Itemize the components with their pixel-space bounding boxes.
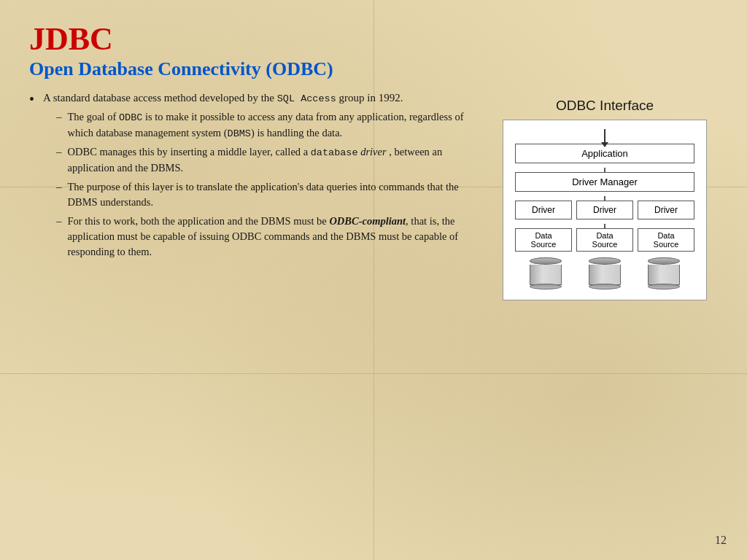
- odbc-diagram: Application Driver Manager Driver Driver…: [503, 120, 707, 300]
- page-number: 12: [715, 534, 727, 547]
- cyl-body-1: [530, 265, 562, 285]
- right-panel: ODBC Interface Application Driver Manage…: [492, 90, 718, 534]
- main-bullet-text: A standard database access method develo…: [43, 92, 403, 104]
- sub-list-item-3: – The purpose of this layer is to transl…: [43, 179, 477, 210]
- cyl-bottom-1: [530, 284, 562, 289]
- slide: JDBC Open Database Connectivity (ODBC) •…: [0, 0, 747, 560]
- cylinder-2: [589, 257, 621, 289]
- sub-list-item-1: – The goal of ODBC is to make it possibl…: [43, 109, 477, 141]
- slide-subtitle: Open Database Connectivity (ODBC): [29, 58, 718, 80]
- data-source-box-2: DataSource: [576, 228, 633, 252]
- cyl-body-3: [648, 265, 680, 285]
- sub-text-3: The purpose of this layer is to translat…: [68, 179, 477, 210]
- sub-list-item-4: – For this to work, both the application…: [43, 214, 477, 260]
- bullet-list: • A standard database access method deve…: [29, 90, 477, 263]
- content-area: • A standard database access method deve…: [29, 90, 718, 534]
- diagram-title: ODBC Interface: [556, 98, 654, 114]
- sub-text-1: The goal of ODBC is to make it possible …: [68, 109, 477, 141]
- sub-text-4: For this to work, both the application a…: [68, 214, 477, 260]
- cyl-bottom-3: [648, 284, 680, 289]
- dash-4: –: [56, 214, 62, 230]
- bullet-text: A standard database access method develo…: [43, 90, 477, 263]
- data-source-row: DataSource DataSource DataSource: [515, 228, 694, 252]
- sub-bullet-list: – The goal of ODBC is to make it possibl…: [43, 109, 477, 260]
- cylinder-3: [648, 257, 680, 289]
- sub-list-item-2: – ODBC manages this by inserting a middl…: [43, 144, 477, 176]
- arrow-tip: [601, 142, 608, 147]
- dash-2: –: [56, 144, 62, 160]
- dash-1: –: [56, 109, 62, 125]
- cyl-top-3: [648, 257, 680, 265]
- left-panel: • A standard database access method deve…: [29, 90, 477, 534]
- driver-box-1: Driver: [515, 201, 572, 219]
- driver-box-3: Driver: [638, 201, 694, 219]
- cylinder-1: [530, 257, 562, 289]
- top-arrow-wrapper: Application: [515, 129, 694, 163]
- slide-title: JDBC: [29, 22, 718, 57]
- cyl-bottom-2: [589, 284, 621, 289]
- arrow-line: [604, 129, 605, 144]
- driver-manager-box: Driver Manager: [515, 172, 694, 192]
- cyl-top-1: [530, 257, 562, 265]
- dash-3: –: [56, 179, 62, 195]
- list-item: • A standard database access method deve…: [29, 90, 477, 263]
- sql-access-text: SQL Access: [277, 93, 336, 104]
- cyl-body-2: [589, 265, 621, 285]
- data-source-box-3: DataSource: [638, 228, 694, 252]
- driver-row: Driver Driver Driver: [515, 201, 694, 219]
- bullet-dot: •: [29, 89, 34, 109]
- data-source-box-1: DataSource: [515, 228, 572, 252]
- cylinders-row: [515, 257, 694, 289]
- cyl-top-2: [589, 257, 621, 265]
- driver-box-2: Driver: [576, 201, 633, 219]
- sub-text-2: ODBC manages this by inserting a middle …: [68, 144, 477, 176]
